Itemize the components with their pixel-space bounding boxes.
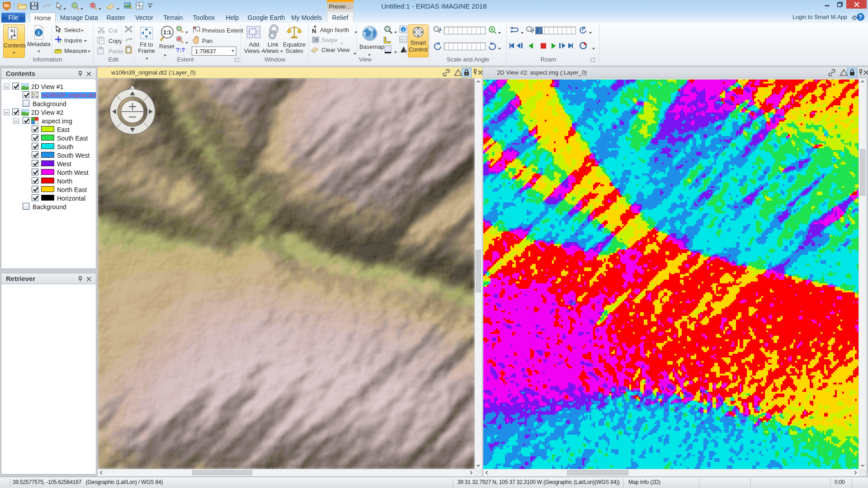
svg-text:1:1: 1:1 [163,29,171,36]
svg-text:A: A [10,28,14,33]
svg-text:?: ? [59,39,61,44]
svg-text:Im: Im [4,3,9,8]
svg-text:Z: Z [10,35,13,39]
svg-text:N: N [312,28,316,34]
svg-text:?: ? [859,14,862,20]
svg-text:i: i [38,29,40,36]
